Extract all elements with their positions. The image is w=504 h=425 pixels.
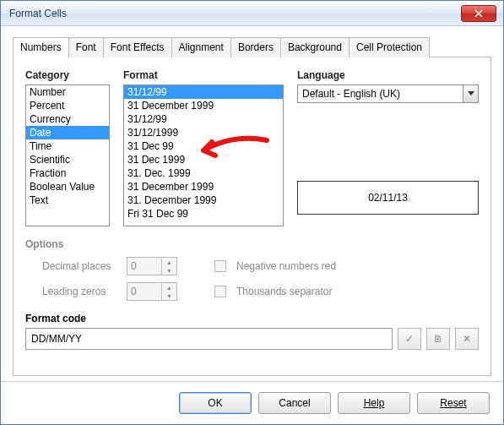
list-item[interactable]: Time (26, 139, 109, 153)
apply-format-button[interactable]: ✓ (398, 328, 421, 350)
options-label: Options (25, 238, 479, 250)
check-icon: ✓ (405, 333, 414, 345)
chevron-down-icon (463, 85, 478, 102)
decimal-places-input[interactable] (127, 258, 161, 275)
tab-background[interactable]: Background (280, 37, 350, 57)
decimal-places-spinner[interactable]: ▲▼ (127, 257, 177, 275)
list-item[interactable]: 31/12/99 (124, 112, 283, 126)
list-item[interactable]: Text (26, 193, 109, 207)
note-icon: 🗎 (433, 333, 443, 345)
format-label: Format (123, 69, 284, 81)
leading-zeros-spinner[interactable]: ▲▼ (127, 282, 177, 301)
thousands-sep-label: Thousands separator (236, 286, 332, 297)
title-bar: Format Cells (1, 1, 503, 26)
list-item[interactable]: 31 December 1999 (124, 99, 283, 112)
tab-font[interactable]: Font (68, 37, 104, 57)
x-icon: ✕ (463, 333, 471, 345)
leading-zeros-label: Leading zeros (25, 286, 117, 297)
language-select[interactable]: Default - English (UK) (297, 84, 479, 103)
list-item[interactable]: 31. Dec. 1999 (124, 166, 283, 180)
negative-red-label: Negative numbers red (236, 260, 336, 272)
negative-red-checkbox[interactable] (214, 260, 226, 272)
reset-button[interactable]: Reset (417, 392, 490, 414)
list-item[interactable]: 31. December 1999 (124, 193, 283, 207)
format-cells-dialog: Format Cells Numbers Font Font Effects A… (0, 0, 504, 425)
ok-button[interactable]: OK (179, 392, 252, 414)
format-code-input[interactable] (25, 328, 393, 350)
chevron-down-icon: ▼ (162, 266, 176, 275)
tab-font-effects[interactable]: Font Effects (103, 37, 172, 57)
list-item[interactable]: Boolean Value (26, 180, 109, 193)
close-icon (474, 9, 483, 18)
list-item[interactable]: Scientific (26, 153, 109, 166)
button-bar: OK Cancel Help Reset (1, 381, 503, 414)
tab-numbers[interactable]: Numbers (13, 37, 69, 57)
chevron-up-icon: ▲ (162, 283, 176, 292)
list-item[interactable]: 31 Dec 99 (124, 139, 283, 153)
language-value: Default - English (UK) (298, 88, 463, 100)
thousands-sep-checkbox[interactable] (214, 286, 226, 297)
format-code-label: Format code (25, 313, 479, 324)
format-listbox[interactable]: 31/12/99 31 December 1999 31/12/99 31/12… (123, 84, 284, 226)
list-item[interactable]: 31/12/1999 (124, 126, 283, 139)
window-title: Format Cells (9, 8, 461, 19)
list-item[interactable]: Percent (26, 99, 109, 112)
format-preview: 02/11/13 (297, 181, 479, 215)
list-item[interactable]: 31 December 1999 (124, 180, 283, 193)
category-listbox[interactable]: Number Percent Currency Date Time Scient… (25, 84, 110, 226)
chevron-down-icon: ▼ (162, 292, 176, 300)
language-label: Language (297, 69, 479, 81)
category-label: Category (25, 69, 110, 81)
list-item[interactable]: Date (26, 126, 109, 139)
list-item[interactable]: Currency (26, 112, 109, 126)
edit-comment-button[interactable]: 🗎 (426, 328, 450, 350)
list-item[interactable]: Fraction (26, 166, 109, 180)
list-item[interactable]: Fri 31 Dec 99 (124, 207, 283, 221)
remove-format-button[interactable]: ✕ (455, 328, 479, 350)
list-item[interactable]: Number (26, 85, 109, 99)
chevron-up-icon: ▲ (162, 258, 176, 266)
tab-panel-numbers: Category Number Percent Currency Date Ti… (13, 57, 491, 376)
decimal-places-label: Decimal places (25, 260, 117, 272)
list-item[interactable]: 31/12/99 (124, 85, 283, 99)
list-item[interactable]: 31 Dec 1999 (124, 153, 283, 166)
help-button[interactable]: Help (338, 392, 410, 414)
leading-zeros-input[interactable] (127, 283, 161, 300)
tab-borders[interactable]: Borders (230, 37, 281, 57)
client-area: Numbers Font Font Effects Alignment Bord… (1, 26, 503, 424)
tab-cell-protection[interactable]: Cell Protection (349, 37, 430, 57)
tab-alignment[interactable]: Alignment (171, 37, 231, 57)
tab-strip: Numbers Font Font Effects Alignment Bord… (13, 36, 491, 57)
cancel-button[interactable]: Cancel (258, 392, 331, 414)
close-button[interactable] (461, 5, 496, 22)
